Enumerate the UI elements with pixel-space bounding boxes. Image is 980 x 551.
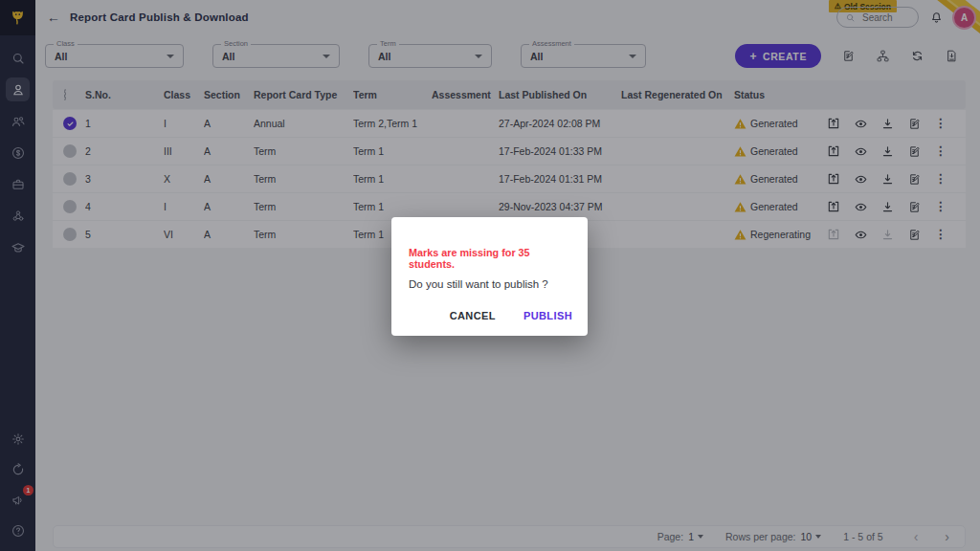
missing-marks-warning: Marks are missing for 35 students. bbox=[409, 247, 574, 270]
publish-question: Do you still want to publish ? bbox=[409, 278, 574, 290]
cancel-button[interactable]: CANCEL bbox=[448, 308, 498, 323]
publish-confirm-dialog: Marks are missing for 35 students. Do yo… bbox=[391, 217, 588, 336]
publish-button[interactable]: PUBLISH bbox=[522, 308, 574, 323]
